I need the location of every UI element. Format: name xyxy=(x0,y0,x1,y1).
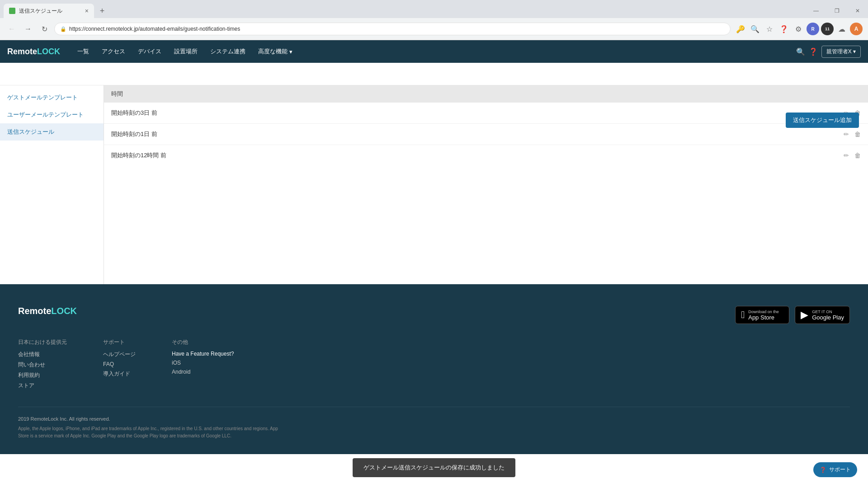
footer-col-other: その他 Have a Feature Request? iOS Android xyxy=(172,338,234,392)
support-button[interactable]: ❓ サポート xyxy=(813,462,857,477)
tab-title: 送信スケジュール xyxy=(19,7,81,15)
app-store-badge[interactable]:  Download on the App Store xyxy=(735,306,789,324)
settings-icon[interactable]: ⚙ xyxy=(792,23,805,35)
account-sync-icon[interactable]: ☁ xyxy=(835,23,848,35)
delete-icon-3[interactable]: 🗑 xyxy=(854,152,861,159)
schedule-text-1: 開始時刻の3日 前 xyxy=(111,109,844,117)
sidebar: ゲストメールテンプレート ユーザーメールテンプレート 送信スケジュール xyxy=(0,85,104,284)
sidebar-item-send-schedule[interactable]: 送信スケジュール xyxy=(0,123,104,141)
footer-col-company: 日本における提供元 会社情報 問い合わせ 利用規約 ストア xyxy=(18,338,67,392)
footer-link-feature-request[interactable]: Have a Feature Request? xyxy=(172,351,234,357)
google-play-icon: ▶ xyxy=(801,309,808,321)
footer-link-company-info[interactable]: 会社情報 xyxy=(18,351,67,358)
url-text: https://connect.remotelock.jp/automated-… xyxy=(69,26,240,32)
nav-item-integration[interactable]: システム連携 xyxy=(204,40,252,63)
footer-link-ios[interactable]: iOS xyxy=(172,360,234,366)
table-row: 開始時刻の3日 前 ✏ 🗑 xyxy=(104,103,868,124)
tab-bar: 送信スケジュール × + — ❐ ✕ xyxy=(0,0,868,18)
nav-item-device[interactable]: デバイス xyxy=(132,40,168,63)
logo-lock: LOCK xyxy=(37,47,60,56)
footer-link-android[interactable]: Android xyxy=(172,369,234,375)
row-actions-3: ✏ 🗑 xyxy=(844,152,861,159)
edit-icon-2[interactable]: ✏ xyxy=(844,131,849,138)
footer-copyright: 2019 RemoteLock Inc. All rights reserved… xyxy=(18,416,850,422)
window-restore[interactable]: ❐ xyxy=(826,4,847,18)
browser-chrome: 送信スケジュール × + — ❐ ✕ ← → ↻ 🔒 https://conne… xyxy=(0,0,868,40)
forward-button[interactable]: → xyxy=(22,23,34,35)
top-bar: 送信スケジュール追加 xyxy=(0,63,868,85)
logo: RemoteLOCK xyxy=(7,47,60,56)
footer-link-faq[interactable]: FAQ xyxy=(103,361,136,367)
sidebar-item-guest-template[interactable]: ゲストメールテンプレート xyxy=(0,89,104,106)
window-close[interactable]: ✕ xyxy=(847,4,868,18)
nav-item-location[interactable]: 設置場所 xyxy=(168,40,204,63)
chevron-down-icon: ▾ xyxy=(289,48,292,55)
main-layout: ゲストメールテンプレート ユーザーメールテンプレート 送信スケジュール 時間 開… xyxy=(0,85,868,284)
window-controls: — ❐ ✕ xyxy=(806,4,868,18)
back-button[interactable]: ← xyxy=(5,23,18,35)
footer-link-terms[interactable]: 利用規約 xyxy=(18,371,67,379)
tab-favicon xyxy=(9,8,15,14)
bookmark-icon[interactable]: ☆ xyxy=(763,23,776,35)
delete-icon-2[interactable]: 🗑 xyxy=(854,131,861,138)
support-icon: ❓ xyxy=(820,467,826,473)
new-tab-button[interactable]: + xyxy=(96,5,108,17)
footer-legal: Apple, the Apple logos, iPhone, and iPad… xyxy=(18,425,289,440)
nav-item-access[interactable]: アクセス xyxy=(95,40,132,63)
footer-link-store[interactable]: ストア xyxy=(18,382,67,389)
footer-top: RemoteLOCK  Download on the App Store ▶… xyxy=(18,306,850,324)
footer-col-support: サポート ヘルプページ FAQ 導入ガイド xyxy=(103,338,136,392)
footer-link-help[interactable]: ヘルプページ xyxy=(103,351,136,358)
extension-icon-2[interactable]: 11 xyxy=(821,23,834,35)
toolbar-icons: 🔑 🔍 ☆ ❓ ⚙ R 11 ☁ A xyxy=(734,23,863,35)
extension-icon-1[interactable]: R xyxy=(807,23,819,35)
app-store-text: Download on the App Store xyxy=(748,310,779,321)
google-play-badge[interactable]: ▶ GET IT ON Google Play xyxy=(795,306,850,324)
footer-links: 日本における提供元 会社情報 問い合わせ 利用規約 ストア サポート ヘルプペー… xyxy=(18,338,850,392)
zoom-icon[interactable]: 🔍 xyxy=(749,23,761,35)
search-icon[interactable]: 🔍 xyxy=(796,47,805,56)
schedule-text-2: 開始時刻の1日 前 xyxy=(111,130,844,138)
store-badges:  Download on the App Store ▶ GET IT ON … xyxy=(735,306,850,324)
toast-notification: ゲストメール送信スケジュールの保存に成功しました xyxy=(353,458,515,477)
lock-icon: 🔒 xyxy=(60,26,66,32)
nav-item-advanced[interactable]: 高度な機能 ▾ xyxy=(252,40,299,63)
table-header: 時間 xyxy=(104,85,868,103)
nav-item-overview[interactable]: 一覧 xyxy=(71,40,95,63)
footer-link-guide[interactable]: 導入ガイド xyxy=(103,370,136,378)
footer-bottom: 2019 RemoteLock Inc. All rights reserved… xyxy=(18,407,850,440)
password-manager-icon[interactable]: 🔑 xyxy=(734,23,747,35)
google-play-text: GET IT ON Google Play xyxy=(812,310,844,321)
nav-right: 🔍 ❓ 親管理者X ▾ xyxy=(796,46,861,58)
add-schedule-button[interactable]: 送信スケジュール追加 xyxy=(786,113,859,128)
address-bar-row: ← → ↻ 🔒 https://connect.remotelock.jp/au… xyxy=(0,18,868,40)
logo-remote: Remote xyxy=(7,47,37,56)
page-content: 送信スケジュール追加 ゲストメールテンプレート ユーザーメールテンプレート 送信… xyxy=(0,63,868,284)
address-bar[interactable]: 🔒 https://connect.remotelock.jp/automate… xyxy=(54,23,731,35)
footer-link-contact[interactable]: 問い合わせ xyxy=(18,361,67,369)
help-circle-icon[interactable]: ❓ xyxy=(809,47,818,56)
footer-col1-heading: 日本における提供元 xyxy=(18,338,67,346)
footer: RemoteLOCK  Download on the App Store ▶… xyxy=(0,284,868,454)
schedule-text-3: 開始時刻の12時間 前 xyxy=(111,151,844,160)
admin-menu-button[interactable]: 親管理者X ▾ xyxy=(821,46,861,58)
content-area: 時間 開始時刻の3日 前 ✏ 🗑 開始時刻の1日 前 ✏ 🗑 開始時刻の12時間… xyxy=(104,85,868,284)
footer-col3-heading: その他 xyxy=(172,338,234,346)
window-minimize[interactable]: — xyxy=(806,4,826,18)
profile-icon[interactable]: A xyxy=(850,23,863,35)
tab-close-button[interactable]: × xyxy=(85,7,89,14)
footer-logo: RemoteLOCK xyxy=(18,306,77,316)
help-icon[interactable]: ❓ xyxy=(778,23,790,35)
table-row: 開始時刻の1日 前 ✏ 🗑 xyxy=(104,124,868,145)
footer-col2-heading: サポート xyxy=(103,338,136,346)
row-actions-2: ✏ 🗑 xyxy=(844,131,861,138)
edit-icon-3[interactable]: ✏ xyxy=(844,152,849,159)
table-row: 開始時刻の12時間 前 ✏ 🗑 xyxy=(104,145,868,166)
reload-button[interactable]: ↻ xyxy=(38,23,51,35)
app-nav: RemoteLOCK 一覧 アクセス デバイス 設置場所 システム連携 高度な機… xyxy=(0,40,868,63)
sidebar-item-user-template[interactable]: ユーザーメールテンプレート xyxy=(0,106,104,123)
apple-icon:  xyxy=(741,309,745,321)
active-tab[interactable]: 送信スケジュール × xyxy=(4,4,94,18)
